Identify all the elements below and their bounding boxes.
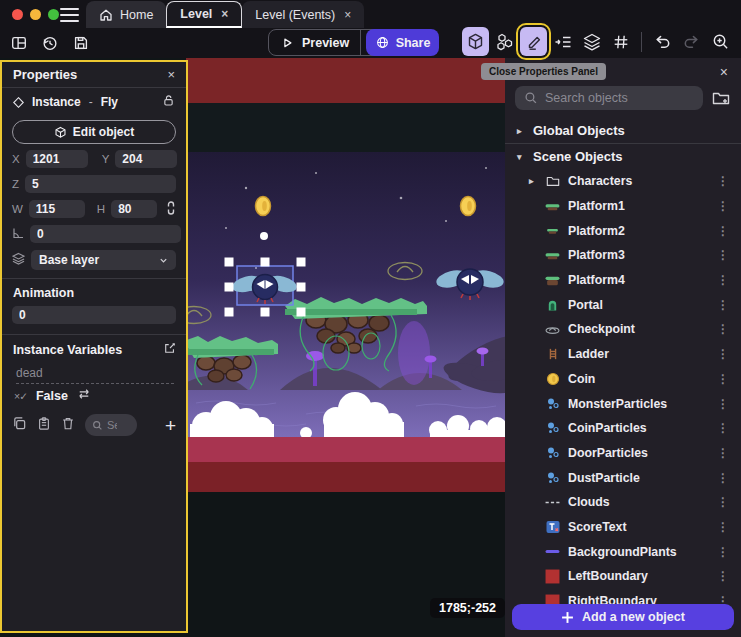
edit-properties-icon[interactable] [520,27,547,56]
object-row-clouds[interactable]: Clouds⋮ [505,490,741,515]
view-3d-icon[interactable] [462,27,489,56]
objects-search-box[interactable] [515,86,703,110]
group-scene-objects[interactable]: ▾Scene Objects [505,144,741,169]
object-row-backgroundplants[interactable]: BackgroundPlants⋮ [505,539,741,564]
chevron-right-icon: ▸ [529,176,537,186]
zoom-in-icon[interactable] [707,27,734,56]
portal-icon [545,297,560,312]
object-menu-icon[interactable]: ⋮ [717,199,729,213]
close-tab-icon[interactable]: × [219,7,228,21]
close-properties-panel-icon[interactable]: × [167,67,175,82]
variable-name[interactable]: dead [16,366,174,384]
object-row-leftboundary[interactable]: LeftBoundary⋮ [505,564,741,589]
variables-search-box[interactable]: Search [85,414,137,436]
paste-icon[interactable] [37,416,51,434]
redo-icon[interactable] [678,27,705,56]
object-label: Coin [568,372,595,386]
object-row-ladder[interactable]: Ladder⋮ [505,342,741,367]
object-menu-icon[interactable]: ⋮ [717,174,729,188]
delete-variable-icon[interactable] [61,416,75,434]
tab-level-events[interactable]: Level (Events) × [242,1,364,28]
particles-icon [545,470,560,485]
share-button[interactable]: Share [366,29,439,56]
aspect-ratio-link-icon[interactable] [165,201,177,218]
menu-icon[interactable] [60,8,79,22]
object-menu-icon[interactable]: ⋮ [717,446,729,460]
add-new-object-button[interactable]: Add a new object [512,604,734,630]
layers-icon[interactable] [578,27,605,56]
grid-icon[interactable] [607,27,634,56]
toggle-value-icon[interactable] [77,388,91,403]
object-row-dustparticle[interactable]: DustParticle⋮ [505,465,741,490]
x-input[interactable] [26,150,88,168]
object-label: DustParticle [568,471,640,485]
copy-icon[interactable] [12,416,27,434]
undo-icon[interactable] [649,27,676,56]
h-input[interactable] [111,200,157,218]
objects-search-input[interactable] [545,91,685,105]
history-icon[interactable] [39,32,61,54]
y-input[interactable] [115,150,177,168]
w-input[interactable] [29,200,85,218]
object-menu-icon[interactable]: ⋮ [717,372,729,386]
variable-value[interactable]: False [36,389,68,403]
object-menu-icon[interactable]: ⋮ [717,569,729,583]
object-menu-icon[interactable]: ⋮ [717,298,729,312]
object-row-monsterparticles[interactable]: MonsterParticles⋮ [505,391,741,416]
object-menu-icon[interactable]: ⋮ [717,520,729,534]
angle-input[interactable] [30,225,181,243]
object-row-checkpoint[interactable]: Checkpoint⋮ [505,317,741,342]
add-new-object-label: Add a new object [582,610,685,624]
unlock-icon[interactable] [162,94,175,110]
save-icon[interactable] [70,32,92,54]
object-menu-icon[interactable]: ⋮ [717,273,729,287]
object-row-platform1[interactable]: Platform1⋮ [505,194,741,219]
object-menu-icon[interactable]: ⋮ [717,495,729,509]
object-row-coinparticles[interactable]: CoinParticles⋮ [505,416,741,441]
platform-icon [545,199,560,214]
platform4-icon [545,273,560,288]
object-menu-icon[interactable]: ⋮ [717,322,729,336]
object-row-portal[interactable]: Portal⋮ [505,292,741,317]
object-label: MonsterParticles [568,397,667,411]
object-row-platform4[interactable]: Platform4⋮ [505,268,741,293]
object-menu-icon[interactable]: ⋮ [717,347,729,361]
object-row-platform3[interactable]: Platform3⋮ [505,243,741,268]
edit-object-button[interactable]: Edit object [12,120,176,144]
object-menu-icon[interactable]: ⋮ [717,471,729,485]
w-label: W [12,203,23,215]
chevron-down-icon: ▾ [517,152,525,162]
object-label: CoinParticles [568,421,647,435]
object-row-scoretext[interactable]: ScoreText⋮ [505,515,741,540]
animation-input[interactable] [12,306,176,324]
panels-layout-icon[interactable] [8,32,30,54]
layer-select[interactable]: Base layer [31,250,176,270]
checkpoint-icon [545,322,560,337]
open-variables-editor-icon[interactable] [164,342,176,357]
plus-icon [561,611,574,624]
close-objects-panel-icon[interactable]: × [720,64,728,80]
z-input[interactable] [25,175,176,193]
tab-level[interactable]: Level × [166,1,242,28]
object-row-characters[interactable]: ▸Characters⋮ [505,169,741,194]
objects-cluster-icon[interactable] [491,27,518,56]
object-menu-icon[interactable]: ⋮ [717,421,729,435]
object-menu-icon[interactable]: ⋮ [717,545,729,559]
object-row-doorparticles[interactable]: DoorParticles⋮ [505,441,741,466]
close-tab-icon[interactable]: × [342,8,351,22]
boundary-icon [545,569,560,584]
object-menu-icon[interactable]: ⋮ [717,248,729,262]
home-icon [99,8,113,22]
object-row-platform2[interactable]: Platform2⋮ [505,218,741,243]
traffic-lights[interactable] [12,9,59,20]
object-menu-icon[interactable]: ⋮ [717,397,729,411]
instance-list-icon[interactable] [549,27,576,56]
object-row-coin[interactable]: Coin⋮ [505,367,741,392]
tab-home[interactable]: Home [86,1,166,28]
tab-label: Level (Events) [255,8,335,22]
group-global-objects[interactable]: ▸Global Objects [505,118,741,143]
add-variable-button[interactable]: + [165,416,176,435]
object-menu-icon[interactable]: ⋮ [717,224,729,238]
delete-icon[interactable] [736,27,741,56]
add-folder-icon[interactable] [711,88,731,112]
